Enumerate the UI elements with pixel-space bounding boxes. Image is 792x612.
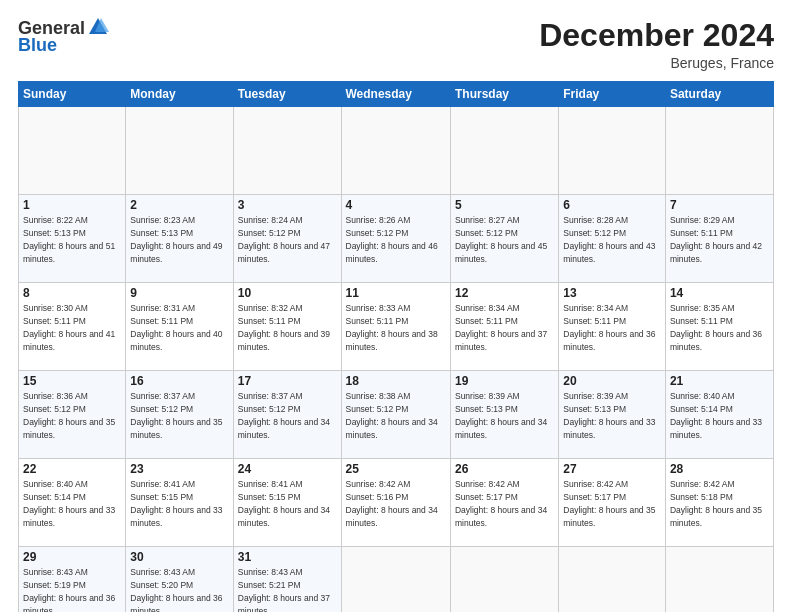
- cell-content: Sunrise: 8:43 AMSunset: 5:20 PMDaylight:…: [130, 567, 222, 612]
- calendar-week-row: 22 Sunrise: 8:40 AMSunset: 5:14 PMDaylig…: [19, 459, 774, 547]
- cell-content: Sunrise: 8:42 AMSunset: 5:18 PMDaylight:…: [670, 479, 762, 528]
- calendar-week-row: 15 Sunrise: 8:36 AMSunset: 5:12 PMDaylig…: [19, 371, 774, 459]
- calendar-cell: 23 Sunrise: 8:41 AMSunset: 5:15 PMDaylig…: [126, 459, 233, 547]
- day-number: 21: [670, 374, 769, 388]
- calendar-cell: 22 Sunrise: 8:40 AMSunset: 5:14 PMDaylig…: [19, 459, 126, 547]
- calendar-cell: [665, 107, 773, 195]
- day-number: 30: [130, 550, 228, 564]
- day-of-week-header: Friday: [559, 82, 666, 107]
- day-number: 25: [346, 462, 446, 476]
- calendar-cell: 19 Sunrise: 8:39 AMSunset: 5:13 PMDaylig…: [450, 371, 558, 459]
- calendar-cell: 13 Sunrise: 8:34 AMSunset: 5:11 PMDaylig…: [559, 283, 666, 371]
- day-of-week-header: Monday: [126, 82, 233, 107]
- day-number: 19: [455, 374, 554, 388]
- day-number: 20: [563, 374, 661, 388]
- calendar-cell: 7 Sunrise: 8:29 AMSunset: 5:11 PMDayligh…: [665, 195, 773, 283]
- calendar-cell: 26 Sunrise: 8:42 AMSunset: 5:17 PMDaylig…: [450, 459, 558, 547]
- day-number: 23: [130, 462, 228, 476]
- logo: General Blue: [18, 18, 109, 56]
- day-number: 28: [670, 462, 769, 476]
- day-number: 7: [670, 198, 769, 212]
- cell-content: Sunrise: 8:23 AMSunset: 5:13 PMDaylight:…: [130, 215, 222, 264]
- day-number: 16: [130, 374, 228, 388]
- cell-content: Sunrise: 8:39 AMSunset: 5:13 PMDaylight:…: [563, 391, 655, 440]
- day-number: 10: [238, 286, 337, 300]
- day-of-week-header: Thursday: [450, 82, 558, 107]
- calendar-cell: 28 Sunrise: 8:42 AMSunset: 5:18 PMDaylig…: [665, 459, 773, 547]
- calendar-cell: 5 Sunrise: 8:27 AMSunset: 5:12 PMDayligh…: [450, 195, 558, 283]
- cell-content: Sunrise: 8:30 AMSunset: 5:11 PMDaylight:…: [23, 303, 115, 352]
- header: General Blue December 2024 Beruges, Fran…: [18, 18, 774, 71]
- calendar-cell: 10 Sunrise: 8:32 AMSunset: 5:11 PMDaylig…: [233, 283, 341, 371]
- calendar-cell: 4 Sunrise: 8:26 AMSunset: 5:12 PMDayligh…: [341, 195, 450, 283]
- cell-content: Sunrise: 8:43 AMSunset: 5:19 PMDaylight:…: [23, 567, 115, 612]
- calendar-cell: 2 Sunrise: 8:23 AMSunset: 5:13 PMDayligh…: [126, 195, 233, 283]
- calendar-cell: 27 Sunrise: 8:42 AMSunset: 5:17 PMDaylig…: [559, 459, 666, 547]
- cell-content: Sunrise: 8:41 AMSunset: 5:15 PMDaylight:…: [238, 479, 330, 528]
- day-number: 13: [563, 286, 661, 300]
- cell-content: Sunrise: 8:35 AMSunset: 5:11 PMDaylight:…: [670, 303, 762, 352]
- cell-content: Sunrise: 8:42 AMSunset: 5:17 PMDaylight:…: [455, 479, 547, 528]
- calendar-cell: 8 Sunrise: 8:30 AMSunset: 5:11 PMDayligh…: [19, 283, 126, 371]
- calendar-cell: 1 Sunrise: 8:22 AMSunset: 5:13 PMDayligh…: [19, 195, 126, 283]
- calendar-cell: 11 Sunrise: 8:33 AMSunset: 5:11 PMDaylig…: [341, 283, 450, 371]
- cell-content: Sunrise: 8:41 AMSunset: 5:15 PMDaylight:…: [130, 479, 222, 528]
- calendar-cell: 12 Sunrise: 8:34 AMSunset: 5:11 PMDaylig…: [450, 283, 558, 371]
- calendar-cell: 17 Sunrise: 8:37 AMSunset: 5:12 PMDaylig…: [233, 371, 341, 459]
- cell-content: Sunrise: 8:36 AMSunset: 5:12 PMDaylight:…: [23, 391, 115, 440]
- calendar-cell: 9 Sunrise: 8:31 AMSunset: 5:11 PMDayligh…: [126, 283, 233, 371]
- calendar-cell: [450, 107, 558, 195]
- day-number: 24: [238, 462, 337, 476]
- cell-content: Sunrise: 8:43 AMSunset: 5:21 PMDaylight:…: [238, 567, 330, 612]
- logo-icon: [87, 16, 109, 38]
- day-of-week-row: SundayMondayTuesdayWednesdayThursdayFrid…: [19, 82, 774, 107]
- calendar-cell: [126, 107, 233, 195]
- cell-content: Sunrise: 8:34 AMSunset: 5:11 PMDaylight:…: [455, 303, 547, 352]
- month-title: December 2024: [539, 18, 774, 53]
- day-number: 22: [23, 462, 121, 476]
- cell-content: Sunrise: 8:37 AMSunset: 5:12 PMDaylight:…: [130, 391, 222, 440]
- day-of-week-header: Wednesday: [341, 82, 450, 107]
- calendar-cell: 3 Sunrise: 8:24 AMSunset: 5:12 PMDayligh…: [233, 195, 341, 283]
- day-number: 14: [670, 286, 769, 300]
- cell-content: Sunrise: 8:22 AMSunset: 5:13 PMDaylight:…: [23, 215, 115, 264]
- day-number: 3: [238, 198, 337, 212]
- day-number: 29: [23, 550, 121, 564]
- day-number: 1: [23, 198, 121, 212]
- cell-content: Sunrise: 8:42 AMSunset: 5:17 PMDaylight:…: [563, 479, 655, 528]
- cell-content: Sunrise: 8:40 AMSunset: 5:14 PMDaylight:…: [670, 391, 762, 440]
- cell-content: Sunrise: 8:42 AMSunset: 5:16 PMDaylight:…: [346, 479, 438, 528]
- page: General Blue December 2024 Beruges, Fran…: [0, 0, 792, 612]
- calendar-cell: 6 Sunrise: 8:28 AMSunset: 5:12 PMDayligh…: [559, 195, 666, 283]
- day-of-week-header: Saturday: [665, 82, 773, 107]
- cell-content: Sunrise: 8:40 AMSunset: 5:14 PMDaylight:…: [23, 479, 115, 528]
- cell-content: Sunrise: 8:26 AMSunset: 5:12 PMDaylight:…: [346, 215, 438, 264]
- calendar-body: 1 Sunrise: 8:22 AMSunset: 5:13 PMDayligh…: [19, 107, 774, 612]
- calendar-cell: 16 Sunrise: 8:37 AMSunset: 5:12 PMDaylig…: [126, 371, 233, 459]
- day-number: 9: [130, 286, 228, 300]
- day-number: 27: [563, 462, 661, 476]
- calendar-cell: 25 Sunrise: 8:42 AMSunset: 5:16 PMDaylig…: [341, 459, 450, 547]
- calendar-week-row: [19, 107, 774, 195]
- calendar-cell: [19, 107, 126, 195]
- cell-content: Sunrise: 8:32 AMSunset: 5:11 PMDaylight:…: [238, 303, 330, 352]
- cell-content: Sunrise: 8:39 AMSunset: 5:13 PMDaylight:…: [455, 391, 547, 440]
- calendar-week-row: 8 Sunrise: 8:30 AMSunset: 5:11 PMDayligh…: [19, 283, 774, 371]
- calendar-week-row: 29 Sunrise: 8:43 AMSunset: 5:19 PMDaylig…: [19, 547, 774, 612]
- location: Beruges, France: [539, 55, 774, 71]
- calendar: SundayMondayTuesdayWednesdayThursdayFrid…: [18, 81, 774, 612]
- calendar-cell: [341, 547, 450, 612]
- calendar-cell: [341, 107, 450, 195]
- calendar-cell: 31 Sunrise: 8:43 AMSunset: 5:21 PMDaylig…: [233, 547, 341, 612]
- calendar-cell: [559, 547, 666, 612]
- calendar-cell: [665, 547, 773, 612]
- day-number: 11: [346, 286, 446, 300]
- day-number: 31: [238, 550, 337, 564]
- calendar-cell: [233, 107, 341, 195]
- day-number: 8: [23, 286, 121, 300]
- day-number: 4: [346, 198, 446, 212]
- calendar-cell: 30 Sunrise: 8:43 AMSunset: 5:20 PMDaylig…: [126, 547, 233, 612]
- day-number: 2: [130, 198, 228, 212]
- cell-content: Sunrise: 8:33 AMSunset: 5:11 PMDaylight:…: [346, 303, 438, 352]
- cell-content: Sunrise: 8:24 AMSunset: 5:12 PMDaylight:…: [238, 215, 330, 264]
